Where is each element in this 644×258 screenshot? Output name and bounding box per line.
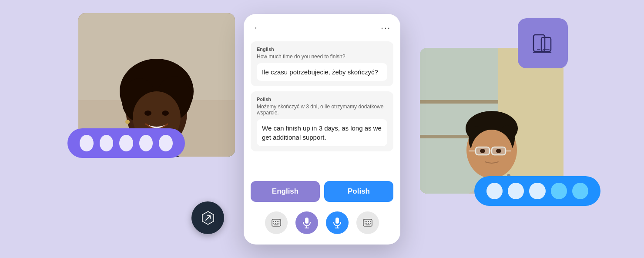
bubble2-label: Polish xyxy=(257,97,387,102)
svg-point-11 xyxy=(125,120,130,124)
svg-rect-13 xyxy=(273,221,274,222)
keyboard-icon-right xyxy=(363,219,372,227)
mic-icon-right xyxy=(332,217,342,228)
svg-rect-32 xyxy=(370,221,371,222)
svg-rect-31 xyxy=(368,221,369,222)
svg-rect-20 xyxy=(278,223,279,224)
keyboard-icon-left xyxy=(272,219,281,227)
svg-point-56 xyxy=(480,149,485,153)
chat-content: English How much time do you need to fin… xyxy=(244,37,400,177)
device-icon xyxy=(530,30,556,57)
svg-rect-25 xyxy=(335,218,339,224)
svg-rect-37 xyxy=(366,224,370,225)
chat-bubble-polish: Polish Możemy skończyć w 3 dni, o ile ot… xyxy=(251,91,393,151)
dot-left-3 xyxy=(119,135,133,151)
dot-left-5 xyxy=(159,135,173,151)
svg-point-10 xyxy=(162,111,169,116)
dot-left-2 xyxy=(100,135,114,151)
share-icon xyxy=(201,211,215,225)
keyboard-button-left[interactable] xyxy=(265,211,288,234)
dot-right-1 xyxy=(486,183,503,199)
dot-right-3 xyxy=(529,183,545,199)
dot-right-2 xyxy=(508,183,524,199)
svg-rect-36 xyxy=(370,223,371,224)
photo-right xyxy=(420,48,564,194)
dot-right-4 xyxy=(551,183,567,199)
svg-rect-29 xyxy=(365,221,366,222)
dot-left-4 xyxy=(139,135,153,151)
polish-button[interactable]: Polish xyxy=(324,181,393,202)
svg-point-9 xyxy=(144,111,151,116)
chat-bubble-english: English How much time do you need to fin… xyxy=(251,41,393,86)
more-button[interactable]: ··· xyxy=(381,23,391,33)
dots-bar-left xyxy=(67,128,185,158)
english-button[interactable]: English xyxy=(251,181,320,202)
bubble1-translation: Ile czasu potrzebujecie, żeby skończyć? xyxy=(262,68,378,76)
bubble2-translation-box: We can finish up in 3 days, as long as w… xyxy=(257,119,387,146)
dots-bar-right xyxy=(474,176,600,206)
bubble1-translation-box: Ile czasu potrzebujecie, żeby skończyć? xyxy=(257,63,387,81)
keyboard-button-right[interactable] xyxy=(356,211,379,234)
svg-rect-15 xyxy=(277,221,278,222)
device-card xyxy=(518,18,568,68)
svg-point-57 xyxy=(496,149,501,153)
mic-button-left[interactable] xyxy=(295,211,318,234)
bubble2-translation: We can finish up in 3 days, as long as w… xyxy=(262,124,382,141)
svg-rect-35 xyxy=(368,223,369,224)
language-selector: English Polish xyxy=(244,177,400,207)
phone-header: ← ··· xyxy=(244,14,400,37)
svg-rect-34 xyxy=(366,223,367,224)
bubble1-subtext: How much time do you need to finish? xyxy=(257,54,387,60)
scene: ← ··· English How much time do you need … xyxy=(0,0,644,258)
share-button[interactable] xyxy=(191,201,224,234)
mic-button-right[interactable] xyxy=(326,211,349,234)
bubble1-label: English xyxy=(257,47,387,52)
svg-rect-33 xyxy=(365,223,366,224)
svg-rect-21 xyxy=(274,224,278,225)
svg-rect-41 xyxy=(420,100,498,104)
svg-rect-16 xyxy=(278,221,279,222)
back-button[interactable]: ← xyxy=(253,23,262,33)
svg-rect-19 xyxy=(277,223,278,224)
svg-rect-17 xyxy=(273,223,274,224)
dot-right-5 xyxy=(572,183,588,199)
svg-rect-18 xyxy=(275,223,276,224)
dot-left-1 xyxy=(80,135,94,151)
svg-rect-14 xyxy=(275,221,276,222)
svg-rect-30 xyxy=(366,221,367,222)
phone-ui: ← ··· English How much time do you need … xyxy=(244,14,400,245)
mic-icon-left xyxy=(302,217,312,228)
svg-rect-22 xyxy=(305,218,309,224)
bottom-controls xyxy=(244,207,400,245)
bubble2-subtext: Możemy skończyć w 3 dni, o ile otrzymamy… xyxy=(257,104,387,116)
